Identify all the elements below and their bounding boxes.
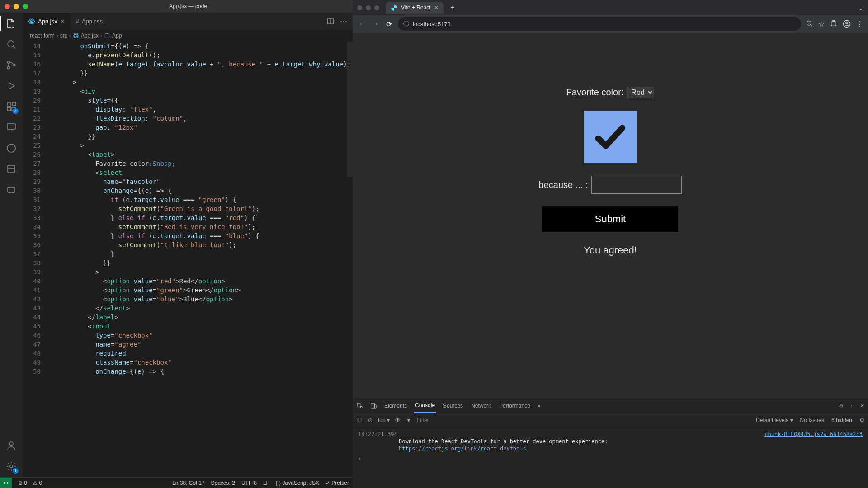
new-tab-button[interactable]: + (448, 4, 457, 12)
devtools-tab-sources[interactable]: Sources (442, 399, 464, 413)
profile-icon[interactable] (843, 20, 851, 28)
warnings-count[interactable]: ⚠ 0 (33, 480, 42, 486)
devtools-tab-console[interactable]: Console (414, 399, 436, 413)
search-icon[interactable] (806, 20, 813, 28)
clear-console-icon[interactable]: ⊘ (368, 417, 373, 423)
window-minimize-icon[interactable] (366, 5, 371, 10)
console-settings-icon[interactable]: ⚙ (859, 417, 864, 423)
cursor-position[interactable]: Ln 38, Col 17 (172, 480, 204, 486)
close-icon[interactable]: ✕ (60, 18, 65, 25)
code-editor[interactable]: 1415161718192021222324252627282930313233… (23, 42, 353, 477)
traffic-lights[interactable] (5, 4, 28, 9)
console-output[interactable]: 14:22:21.394 chunk-REFQX4J5.js?v=661468a… (353, 427, 868, 488)
agree-checkbox[interactable] (584, 111, 637, 163)
devtools-close-icon[interactable]: ✕ (860, 403, 864, 409)
eol[interactable]: LF (263, 480, 269, 486)
breadcrumb-file[interactable]: App.jsx (81, 33, 99, 39)
breadcrumb-symbol[interactable]: App (112, 33, 122, 39)
tab-app-jsx[interactable]: App.jsx ✕ (23, 13, 71, 30)
svg-rect-10 (8, 165, 15, 173)
forward-button[interactable]: → (371, 20, 380, 28)
breadcrumb-folder[interactable]: src (60, 33, 67, 39)
more-icon[interactable]: ⋯ (340, 17, 347, 26)
log-link[interactable]: https://reactjs.org/link/react-devtools (399, 446, 526, 452)
symbol-icon (104, 33, 110, 39)
window-zoom-icon[interactable] (23, 4, 28, 9)
browser-tab[interactable]: Vite + React ✕ (386, 2, 444, 14)
live-expression-icon[interactable]: 👁 (395, 417, 401, 423)
filter-input[interactable] (417, 417, 462, 423)
svg-point-2 (8, 67, 10, 69)
address-bar[interactable]: ⓘ localhost:5173 (398, 17, 801, 31)
url-text: localhost:5173 (413, 21, 451, 28)
svg-point-12 (9, 442, 13, 446)
inspect-icon[interactable] (356, 402, 363, 409)
svg-point-13 (10, 465, 13, 468)
errors-count[interactable]: ⊘ 0 (18, 480, 27, 486)
svg-rect-25 (833, 20, 835, 22)
bookmark-icon[interactable]: ☆ (818, 20, 825, 28)
minimap-scroll[interactable] (347, 42, 353, 177)
chevron-down-icon[interactable]: ⌄ (858, 4, 863, 12)
devtools-settings-icon[interactable]: ⚙ (839, 403, 844, 409)
devtools-tab-elements[interactable]: Elements (383, 399, 408, 413)
menu-icon[interactable]: ⋮ (856, 20, 863, 28)
remote-indicator[interactable] (0, 478, 12, 488)
traffic-lights[interactable] (357, 5, 379, 10)
log-source-link[interactable]: chunk-REFQX4J5.js?v=661468a2:3 (764, 431, 863, 438)
language-mode[interactable]: { } JavaScript JSX (276, 480, 319, 486)
source-control-icon[interactable] (5, 59, 18, 71)
run-debug-icon[interactable] (5, 80, 18, 92)
tab-app-css[interactable]: # App.css (71, 13, 108, 30)
device-toggle-icon[interactable] (370, 402, 377, 409)
activity-item-icon[interactable] (5, 142, 18, 155)
breadcrumb[interactable]: react-form › src › App.jsx › App (23, 30, 353, 42)
activity-bar: 4 1 (0, 13, 23, 477)
accounts-icon[interactable] (5, 439, 18, 452)
remote-explorer-icon[interactable] (5, 121, 18, 134)
extensions-icon[interactable]: 4 (5, 100, 18, 113)
devtools-tab-performance[interactable]: Performance (498, 399, 531, 413)
site-info-icon[interactable]: ⓘ (403, 20, 409, 28)
devtools-menu-icon[interactable]: ⋮ (849, 403, 854, 409)
browser-titlebar: Vite + React ✕ + ⌄ (353, 0, 868, 15)
window-close-icon[interactable] (357, 5, 362, 10)
encoding[interactable]: UTF-8 (241, 480, 257, 486)
log-timestamp: 14:22:21.394 (358, 431, 397, 438)
svg-point-0 (8, 41, 14, 47)
favorite-color-select[interactable]: Red (627, 87, 654, 98)
console-prompt[interactable]: › (358, 455, 863, 462)
svg-point-17 (31, 21, 32, 22)
chevron-right-icon: › (69, 33, 71, 39)
more-tabs-icon[interactable]: » (538, 403, 541, 409)
activity-item-icon[interactable] (5, 183, 18, 196)
activity-item-icon[interactable] (5, 163, 18, 175)
split-editor-icon[interactable] (326, 17, 335, 26)
formatter[interactable]: ✓ Prettier (326, 480, 349, 486)
devtools-tab-network[interactable]: Network (470, 399, 492, 413)
breadcrumb-project[interactable]: react-form (30, 33, 55, 39)
context-selector[interactable]: top ▾ (378, 417, 390, 423)
explorer-icon[interactable] (5, 17, 18, 30)
settings-gear-icon[interactable]: 1 (5, 460, 18, 473)
because-input[interactable] (591, 176, 682, 194)
indentation[interactable]: Spaces: 2 (211, 480, 235, 486)
chevron-right-icon: › (57, 33, 58, 39)
extensions-icon[interactable] (830, 20, 837, 28)
search-icon[interactable] (5, 38, 18, 51)
window-zoom-icon[interactable] (374, 5, 379, 10)
submit-button[interactable]: Submit (542, 206, 678, 232)
because-label: because ... : (539, 180, 588, 190)
close-icon[interactable]: ✕ (434, 5, 439, 11)
issues-count[interactable]: No Issues (800, 417, 824, 423)
vscode-titlebar: App.jsx — code (0, 0, 353, 13)
window-title: App.jsx — code (28, 3, 348, 9)
window-close-icon[interactable] (5, 4, 10, 9)
console-sidebar-icon[interactable] (356, 417, 363, 423)
window-minimize-icon[interactable] (14, 4, 19, 9)
page-content: Favorite color: Red because ... : Submit… (353, 33, 868, 398)
back-button[interactable]: ← (357, 20, 366, 28)
reload-button[interactable]: ⟳ (384, 20, 393, 28)
hidden-count[interactable]: 6 hidden (831, 417, 852, 423)
log-levels[interactable]: Default levels ▾ (756, 417, 793, 423)
